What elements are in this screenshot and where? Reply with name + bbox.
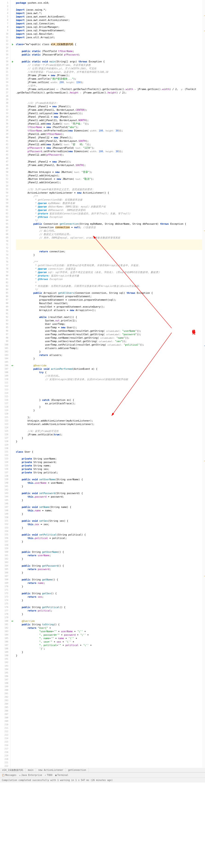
java-enterprise-tab[interactable]: ☕ Java Enterprise: [19, 774, 42, 776]
build-message: Compilation completed successfully with …: [2, 779, 113, 781]
breadcrumb-item[interactable]: new ActionListener: [36, 768, 66, 772]
breadcrumb-item[interactable]: e14_1实验数据代码: [0, 768, 26, 772]
annotation-label: 代码补充: [192, 327, 196, 329]
minimap[interactable]: [202, 0, 205, 768]
line-number-gutter: 1234567891011121314151617181920212223242…: [0, 0, 10, 768]
gutter-icons: ●↑●↑: [10, 0, 15, 768]
todo-tab[interactable]: ✓ TODO: [45, 774, 53, 776]
breadcrumb-item[interactable]: main: [26, 768, 36, 772]
breadcrumb-item[interactable]: getConnection: [66, 768, 89, 772]
messages-tab[interactable]: 📋 Messages: [2, 774, 17, 776]
terminal-tab[interactable]: ▣ Terminal: [55, 774, 68, 776]
status-bar: 📋 Messages ☕ Java Enterprise ✓ TODO ▣ Te…: [0, 772, 205, 777]
code-editor[interactable]: 1234567891011121314151617181920212223242…: [0, 0, 205, 768]
code-area[interactable]: package yushen.xxx.e14;import javax.swin…: [15, 0, 205, 768]
build-status: Compilation completed successfully with …: [0, 777, 205, 782]
breadcrumb-bar: e14_1实验数据代码 main new ActionListener getC…: [0, 768, 205, 772]
